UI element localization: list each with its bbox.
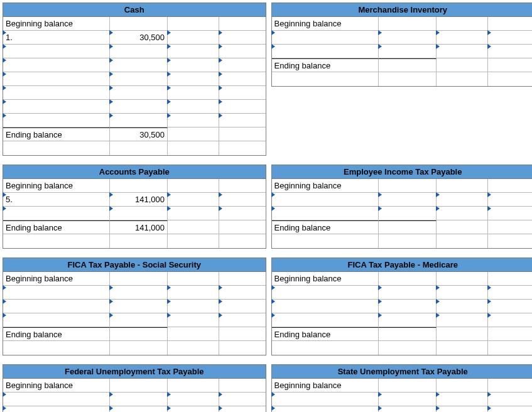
cell-extra[interactable] [219,193,266,206]
cell-label[interactable]: 5. [3,193,110,206]
dropdown-tick-icon[interactable] [109,113,113,118]
cell-credit[interactable] [168,45,219,58]
dropdown-tick-icon[interactable] [3,285,6,290]
cell-debit[interactable]: 141,000 [110,193,168,206]
cell-debit[interactable] [110,58,168,72]
dropdown-tick-icon[interactable] [378,406,382,411]
dropdown-tick-icon[interactable] [167,192,171,197]
cell-debit[interactable] [110,393,168,406]
cell-label[interactable] [3,86,110,99]
cell-credit[interactable] [437,406,488,412]
dropdown-tick-icon[interactable] [3,58,6,63]
cell-label[interactable] [3,207,110,220]
dropdown-tick-icon[interactable] [378,206,382,211]
dropdown-tick-icon[interactable] [487,192,491,197]
cell-credit[interactable] [168,300,219,313]
dropdown-tick-icon[interactable] [3,406,6,411]
dropdown-tick-icon[interactable] [436,392,440,397]
dropdown-tick-icon[interactable] [109,72,113,77]
cell-extra[interactable] [219,72,266,85]
cell-credit[interactable] [437,193,488,206]
cell-extra[interactable] [219,45,266,58]
cell-label[interactable] [272,300,379,313]
cell-label[interactable] [272,313,379,327]
cell-extra[interactable] [488,393,533,406]
dropdown-tick-icon[interactable] [378,313,382,318]
dropdown-tick-icon[interactable] [378,285,382,290]
cell-debit[interactable] [379,207,437,220]
cell-extra[interactable] [488,406,533,412]
cell-extra[interactable] [219,393,266,406]
dropdown-tick-icon[interactable] [378,192,382,197]
cell-debit[interactable] [379,286,437,299]
cell-debit[interactable] [379,406,437,412]
dropdown-tick-icon[interactable] [3,392,6,397]
dropdown-tick-icon[interactable] [487,44,491,49]
dropdown-tick-icon[interactable] [219,206,222,211]
cell-extra[interactable] [488,31,533,44]
dropdown-tick-icon[interactable] [219,72,222,77]
cell-label[interactable] [272,286,379,299]
cell-credit[interactable] [437,286,488,299]
dropdown-tick-icon[interactable] [271,285,275,290]
dropdown-tick-icon[interactable] [436,30,440,35]
dropdown-tick-icon[interactable] [487,206,491,211]
dropdown-tick-icon[interactable] [3,206,6,211]
cell-extra[interactable] [219,313,266,327]
dropdown-tick-icon[interactable] [167,406,171,411]
cell-label[interactable] [272,207,379,220]
dropdown-tick-icon[interactable] [271,30,275,35]
cell-extra[interactable] [488,207,533,220]
cell-debit[interactable] [110,100,168,113]
dropdown-tick-icon[interactable] [219,58,222,63]
cell-credit[interactable] [168,58,219,72]
dropdown-tick-icon[interactable] [271,206,275,211]
dropdown-tick-icon[interactable] [219,406,222,411]
dropdown-tick-icon[interactable] [378,30,382,35]
cell-label[interactable] [3,286,110,299]
cell-debit[interactable] [110,114,168,127]
cell-debit[interactable] [110,300,168,313]
cell-debit[interactable] [379,393,437,406]
dropdown-tick-icon[interactable] [3,44,6,49]
cell-credit[interactable] [437,313,488,327]
dropdown-tick-icon[interactable] [219,285,222,290]
cell-label[interactable] [272,406,379,412]
dropdown-tick-icon[interactable] [487,392,491,397]
cell-credit[interactable] [168,86,219,99]
cell-label[interactable] [272,193,379,206]
cell-extra[interactable] [219,300,266,313]
cell-debit[interactable] [379,313,437,327]
dropdown-tick-icon[interactable] [109,85,113,90]
cell-credit[interactable] [168,72,219,85]
dropdown-tick-icon[interactable] [378,299,382,304]
dropdown-tick-icon[interactable] [436,206,440,211]
cell-extra[interactable] [219,114,266,127]
dropdown-tick-icon[interactable] [271,44,275,49]
dropdown-tick-icon[interactable] [3,299,6,304]
dropdown-tick-icon[interactable] [436,406,440,411]
dropdown-tick-icon[interactable] [109,99,113,104]
dropdown-tick-icon[interactable] [3,99,6,104]
dropdown-tick-icon[interactable] [378,392,382,397]
dropdown-tick-icon[interactable] [271,392,275,397]
cell-extra[interactable] [219,31,266,44]
cell-extra[interactable] [219,58,266,72]
cell-credit[interactable] [437,393,488,406]
cell-label[interactable] [3,58,110,72]
dropdown-tick-icon[interactable] [436,313,440,318]
dropdown-tick-icon[interactable] [487,30,491,35]
dropdown-tick-icon[interactable] [167,285,171,290]
dropdown-tick-icon[interactable] [167,206,171,211]
cell-label[interactable] [3,393,110,406]
cell-credit[interactable] [437,300,488,313]
cell-debit[interactable] [110,313,168,327]
cell-extra[interactable] [488,45,533,58]
dropdown-tick-icon[interactable] [487,299,491,304]
cell-extra[interactable] [219,406,266,412]
dropdown-tick-icon[interactable] [271,406,275,411]
cell-label[interactable] [272,31,379,44]
dropdown-tick-icon[interactable] [3,113,6,118]
cell-credit[interactable] [168,31,219,44]
dropdown-tick-icon[interactable] [219,313,222,318]
